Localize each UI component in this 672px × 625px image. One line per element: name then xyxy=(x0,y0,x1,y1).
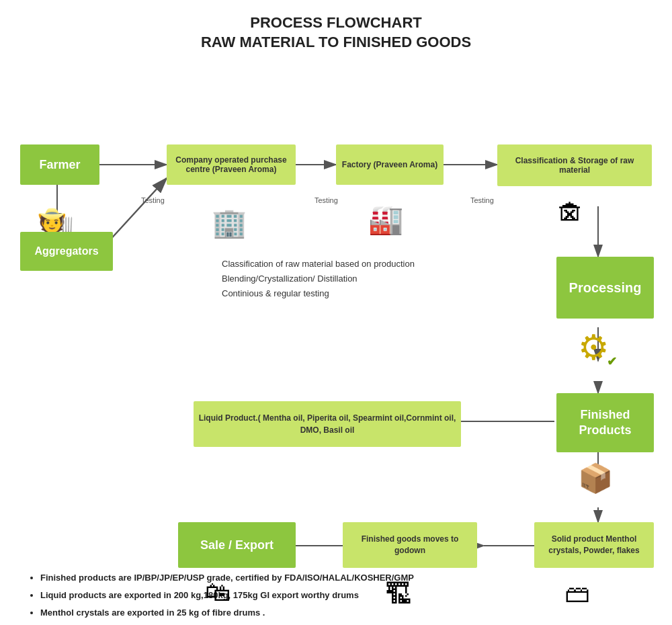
pallet-icon: 🗃 xyxy=(564,579,590,608)
processing-box: Processing xyxy=(556,257,654,319)
factory-box: Factory (Praveen Aroma) xyxy=(336,144,444,185)
bullet-3: Menthol crystals are exported in 25 kg o… xyxy=(40,604,645,622)
process-text: Classification of raw material based on … xyxy=(222,257,531,301)
factory-icon: 🏭 xyxy=(368,203,403,236)
aggregators-box: Aggregators xyxy=(20,232,113,271)
bullet-notes: Finished products are IP/BP/JP/EP/USP gr… xyxy=(13,562,659,625)
page-title: PROCESS FLOWCHART RAW MATERIAL TO FINISH… xyxy=(13,13,659,52)
testing-label-2: Testing xyxy=(314,196,338,204)
farmer-box: Farmer xyxy=(20,144,99,185)
classification-storage-box: Classification & Storage of raw material xyxy=(497,144,652,186)
sale-export-box: Sale / Export xyxy=(178,522,296,568)
testing-label-1: Testing xyxy=(141,196,165,204)
solid-product-box: Solid product Menthol crystals, Powder, … xyxy=(534,522,654,568)
box-icon: 📦 xyxy=(578,462,613,495)
testing-label-3: Testing xyxy=(470,196,494,204)
bullet-1: Finished products are IP/BP/JP/EP/USP gr… xyxy=(40,569,645,587)
finished-products-box: Finished Products xyxy=(556,393,654,452)
warehouse-icon: 🏗 xyxy=(385,579,412,610)
checkmark-icon: ✔ xyxy=(607,354,617,369)
bag-icon: 🛍 xyxy=(205,578,230,607)
liquid-product-box: Liquid Product.( Mentha oil, Piperita oi… xyxy=(194,401,461,447)
purchase-centre-box: Company operated purchase centre (Pravee… xyxy=(167,144,296,185)
flowchart: Farmer 🧑‍🌾 Aggregators Company operated … xyxy=(13,65,659,549)
storage-icon: 🏚 xyxy=(558,200,583,228)
gear-icon: ⚙ xyxy=(578,327,610,368)
bullet-2: Liquid products are exported in 200 kg,1… xyxy=(40,587,645,604)
godown-box: Finished goods moves to godown xyxy=(343,522,477,568)
purchase-icon: 🏢 xyxy=(212,206,247,239)
